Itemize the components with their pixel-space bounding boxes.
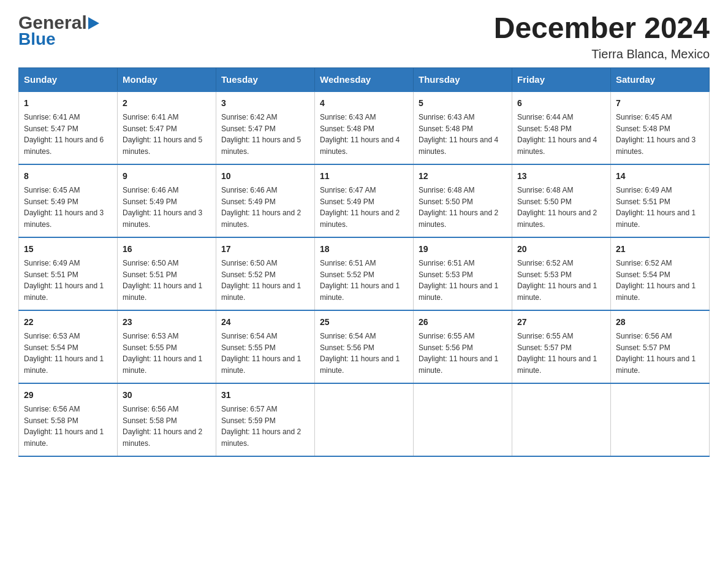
day-number: 2 bbox=[123, 97, 211, 110]
calendar-week-4: 22 Sunrise: 6:53 AMSunset: 5:54 PMDaylig… bbox=[19, 310, 710, 383]
weekday-header-thursday: Thursday bbox=[414, 67, 512, 91]
day-info: Sunrise: 6:46 AMSunset: 5:49 PMDaylight:… bbox=[123, 186, 202, 229]
calendar-day: 29 Sunrise: 6:56 AMSunset: 5:58 PMDaylig… bbox=[19, 383, 118, 456]
day-number: 24 bbox=[221, 316, 309, 329]
calendar-header: SundayMondayTuesdayWednesdayThursdayFrid… bbox=[19, 67, 710, 91]
location-text: Tierra Blanca, Mexico bbox=[494, 47, 710, 61]
day-info: Sunrise: 6:45 AMSunset: 5:49 PMDaylight:… bbox=[24, 186, 104, 229]
day-info: Sunrise: 6:53 AMSunset: 5:54 PMDaylight:… bbox=[24, 332, 104, 375]
day-number: 25 bbox=[320, 316, 408, 329]
calendar-day: 20 Sunrise: 6:52 AMSunset: 5:53 PMDaylig… bbox=[512, 237, 611, 310]
day-number: 29 bbox=[24, 389, 112, 402]
weekday-header-monday: Monday bbox=[118, 67, 216, 91]
day-info: Sunrise: 6:52 AMSunset: 5:54 PMDaylight:… bbox=[616, 259, 696, 302]
calendar-week-3: 15 Sunrise: 6:49 AMSunset: 5:51 PMDaylig… bbox=[19, 237, 710, 310]
calendar-day: 24 Sunrise: 6:54 AMSunset: 5:55 PMDaylig… bbox=[216, 310, 315, 383]
calendar-day: 17 Sunrise: 6:50 AMSunset: 5:52 PMDaylig… bbox=[216, 237, 315, 310]
day-number: 31 bbox=[221, 389, 309, 402]
day-number: 23 bbox=[123, 316, 211, 329]
day-number: 15 bbox=[24, 243, 112, 256]
calendar-day: 5 Sunrise: 6:43 AMSunset: 5:48 PMDayligh… bbox=[414, 91, 512, 164]
calendar-day bbox=[611, 383, 710, 456]
day-number: 17 bbox=[221, 243, 309, 256]
day-info: Sunrise: 6:46 AMSunset: 5:49 PMDaylight:… bbox=[221, 186, 301, 229]
calendar-day: 18 Sunrise: 6:51 AMSunset: 5:52 PMDaylig… bbox=[315, 237, 414, 310]
calendar-day bbox=[414, 383, 512, 456]
day-info: Sunrise: 6:53 AMSunset: 5:55 PMDaylight:… bbox=[123, 332, 202, 375]
calendar-week-1: 1 Sunrise: 6:41 AMSunset: 5:47 PMDayligh… bbox=[19, 91, 710, 164]
calendar-day: 11 Sunrise: 6:47 AMSunset: 5:49 PMDaylig… bbox=[315, 164, 414, 237]
day-info: Sunrise: 6:54 AMSunset: 5:55 PMDaylight:… bbox=[221, 332, 301, 375]
day-number: 3 bbox=[221, 97, 309, 110]
day-info: Sunrise: 6:56 AMSunset: 5:58 PMDaylight:… bbox=[24, 405, 104, 448]
day-info: Sunrise: 6:51 AMSunset: 5:53 PMDaylight:… bbox=[419, 259, 498, 302]
day-info: Sunrise: 6:43 AMSunset: 5:48 PMDaylight:… bbox=[320, 113, 400, 156]
calendar-day: 27 Sunrise: 6:55 AMSunset: 5:57 PMDaylig… bbox=[512, 310, 611, 383]
day-number: 19 bbox=[419, 243, 507, 256]
title-block: December 2024 Tierra Blanca, Mexico bbox=[494, 12, 710, 61]
calendar-day bbox=[315, 383, 414, 456]
day-info: Sunrise: 6:55 AMSunset: 5:56 PMDaylight:… bbox=[419, 332, 498, 375]
day-info: Sunrise: 6:50 AMSunset: 5:51 PMDaylight:… bbox=[123, 259, 202, 302]
calendar-day: 15 Sunrise: 6:49 AMSunset: 5:51 PMDaylig… bbox=[19, 237, 118, 310]
day-info: Sunrise: 6:55 AMSunset: 5:57 PMDaylight:… bbox=[517, 332, 597, 375]
day-number: 11 bbox=[320, 170, 408, 183]
day-number: 1 bbox=[24, 97, 112, 110]
calendar-day: 7 Sunrise: 6:45 AMSunset: 5:48 PMDayligh… bbox=[611, 91, 710, 164]
day-info: Sunrise: 6:52 AMSunset: 5:53 PMDaylight:… bbox=[517, 259, 597, 302]
calendar-day: 25 Sunrise: 6:54 AMSunset: 5:56 PMDaylig… bbox=[315, 310, 414, 383]
calendar-day: 4 Sunrise: 6:43 AMSunset: 5:48 PMDayligh… bbox=[315, 91, 414, 164]
calendar-day: 30 Sunrise: 6:56 AMSunset: 5:58 PMDaylig… bbox=[118, 383, 216, 456]
calendar-day: 10 Sunrise: 6:46 AMSunset: 5:49 PMDaylig… bbox=[216, 164, 315, 237]
calendar-day: 14 Sunrise: 6:49 AMSunset: 5:51 PMDaylig… bbox=[611, 164, 710, 237]
day-number: 5 bbox=[419, 97, 507, 110]
day-number: 16 bbox=[123, 243, 211, 256]
day-info: Sunrise: 6:51 AMSunset: 5:52 PMDaylight:… bbox=[320, 259, 400, 302]
calendar-day bbox=[512, 383, 611, 456]
weekday-header-tuesday: Tuesday bbox=[216, 67, 315, 91]
day-info: Sunrise: 6:43 AMSunset: 5:48 PMDaylight:… bbox=[419, 113, 498, 156]
calendar-day: 22 Sunrise: 6:53 AMSunset: 5:54 PMDaylig… bbox=[19, 310, 118, 383]
calendar-day: 9 Sunrise: 6:46 AMSunset: 5:49 PMDayligh… bbox=[118, 164, 216, 237]
calendar-week-2: 8 Sunrise: 6:45 AMSunset: 5:49 PMDayligh… bbox=[19, 164, 710, 237]
calendar-day: 31 Sunrise: 6:57 AMSunset: 5:59 PMDaylig… bbox=[216, 383, 315, 456]
weekday-header-row: SundayMondayTuesdayWednesdayThursdayFrid… bbox=[19, 67, 710, 91]
page-header: General Blue December 2024 Tierra Blanca… bbox=[18, 12, 710, 61]
day-info: Sunrise: 6:48 AMSunset: 5:50 PMDaylight:… bbox=[419, 186, 498, 229]
day-number: 6 bbox=[517, 97, 605, 110]
day-number: 26 bbox=[419, 316, 507, 329]
day-number: 21 bbox=[616, 243, 704, 256]
calendar-day: 16 Sunrise: 6:50 AMSunset: 5:51 PMDaylig… bbox=[118, 237, 216, 310]
day-info: Sunrise: 6:50 AMSunset: 5:52 PMDaylight:… bbox=[221, 259, 301, 302]
weekday-header-wednesday: Wednesday bbox=[315, 67, 414, 91]
calendar-table: SundayMondayTuesdayWednesdayThursdayFrid… bbox=[18, 67, 710, 457]
day-info: Sunrise: 6:42 AMSunset: 5:47 PMDaylight:… bbox=[221, 113, 301, 156]
logo: General Blue bbox=[18, 12, 99, 49]
day-info: Sunrise: 6:47 AMSunset: 5:49 PMDaylight:… bbox=[320, 186, 400, 229]
day-info: Sunrise: 6:48 AMSunset: 5:50 PMDaylight:… bbox=[517, 186, 597, 229]
logo-arrow-icon bbox=[88, 17, 99, 29]
calendar-day: 26 Sunrise: 6:55 AMSunset: 5:56 PMDaylig… bbox=[414, 310, 512, 383]
day-info: Sunrise: 6:44 AMSunset: 5:48 PMDaylight:… bbox=[517, 113, 597, 156]
day-info: Sunrise: 6:45 AMSunset: 5:48 PMDaylight:… bbox=[616, 113, 696, 156]
day-number: 13 bbox=[517, 170, 605, 183]
day-info: Sunrise: 6:56 AMSunset: 5:57 PMDaylight:… bbox=[616, 332, 696, 375]
logo-blue-text: Blue bbox=[18, 29, 56, 49]
day-number: 4 bbox=[320, 97, 408, 110]
calendar-day: 1 Sunrise: 6:41 AMSunset: 5:47 PMDayligh… bbox=[19, 91, 118, 164]
calendar-day: 6 Sunrise: 6:44 AMSunset: 5:48 PMDayligh… bbox=[512, 91, 611, 164]
day-info: Sunrise: 6:54 AMSunset: 5:56 PMDaylight:… bbox=[320, 332, 400, 375]
day-number: 20 bbox=[517, 243, 605, 256]
day-info: Sunrise: 6:41 AMSunset: 5:47 PMDaylight:… bbox=[123, 113, 202, 156]
calendar-day: 28 Sunrise: 6:56 AMSunset: 5:57 PMDaylig… bbox=[611, 310, 710, 383]
calendar-day: 23 Sunrise: 6:53 AMSunset: 5:55 PMDaylig… bbox=[118, 310, 216, 383]
calendar-day: 13 Sunrise: 6:48 AMSunset: 5:50 PMDaylig… bbox=[512, 164, 611, 237]
day-number: 18 bbox=[320, 243, 408, 256]
day-number: 22 bbox=[24, 316, 112, 329]
calendar-week-5: 29 Sunrise: 6:56 AMSunset: 5:58 PMDaylig… bbox=[19, 383, 710, 456]
calendar-body: 1 Sunrise: 6:41 AMSunset: 5:47 PMDayligh… bbox=[19, 91, 710, 456]
day-info: Sunrise: 6:56 AMSunset: 5:58 PMDaylight:… bbox=[123, 405, 202, 448]
day-number: 14 bbox=[616, 170, 704, 183]
calendar-day: 21 Sunrise: 6:52 AMSunset: 5:54 PMDaylig… bbox=[611, 237, 710, 310]
day-number: 28 bbox=[616, 316, 704, 329]
